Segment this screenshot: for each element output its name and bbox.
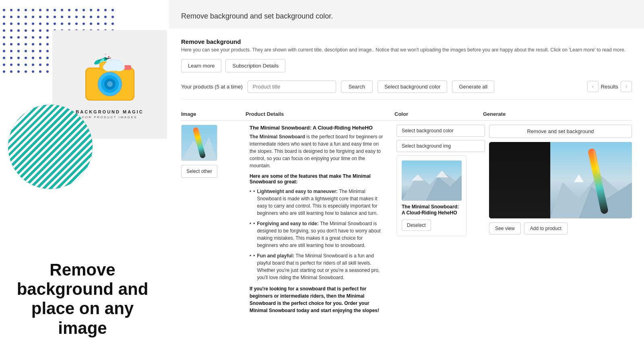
add-to-product-button[interactable]: Add to product xyxy=(524,222,568,234)
svg-point-54 xyxy=(46,29,49,32)
svg-point-43 xyxy=(83,23,85,25)
teal-circle-decoration xyxy=(8,105,93,189)
svg-point-36 xyxy=(32,23,34,25)
teal-circle-inner xyxy=(8,105,93,189)
svg-point-10 xyxy=(75,9,78,11)
product-description: The Minimal Snowboard is the perfect boa… xyxy=(250,133,384,169)
table-header: Image Product Details Color Generate xyxy=(181,108,632,121)
product-thumb-inner xyxy=(182,125,217,160)
svg-point-66 xyxy=(17,36,20,39)
list-item: • Lightweight and easy to maneuver: The … xyxy=(250,188,384,217)
svg-point-29 xyxy=(97,16,99,18)
svg-point-3 xyxy=(25,9,27,11)
svg-point-19 xyxy=(25,16,27,18)
svg-point-5 xyxy=(39,9,41,11)
svg-point-15 xyxy=(111,9,114,11)
svg-point-150 xyxy=(46,70,49,73)
svg-point-144 xyxy=(3,70,5,73)
svg-point-133 xyxy=(39,64,41,66)
preview-product-title: The Minimal Snowboard: A Cloud-Riding He… xyxy=(402,204,462,216)
svg-point-67 xyxy=(25,36,27,39)
svg-point-114 xyxy=(17,57,20,59)
svg-point-116 xyxy=(32,57,34,59)
svg-point-48 xyxy=(3,29,5,32)
results-label: Results xyxy=(601,84,618,90)
svg-point-41 xyxy=(68,23,70,25)
svg-point-80 xyxy=(3,43,5,45)
prev-arrow-button[interactable]: ‹ xyxy=(587,81,599,92)
features-intro: Here are some of the features that make … xyxy=(250,173,384,185)
svg-point-39 xyxy=(54,23,56,25)
next-arrow-button[interactable]: › xyxy=(621,81,632,92)
svg-point-83 xyxy=(25,43,27,45)
remove-set-background-button[interactable]: Remove and set background xyxy=(489,125,632,138)
svg-point-115 xyxy=(25,57,27,59)
select-other-button[interactable]: Select other xyxy=(181,165,217,178)
svg-point-17 xyxy=(10,16,12,18)
generated-actions: See view Add to product xyxy=(489,222,632,234)
learn-more-button[interactable]: Learn more xyxy=(181,59,221,72)
svg-point-44 xyxy=(90,23,92,25)
col-generate: Generate xyxy=(483,111,632,117)
page-title: Remove background and set background col… xyxy=(181,12,632,21)
svg-point-28 xyxy=(90,16,92,18)
svg-point-101 xyxy=(39,50,41,52)
svg-point-128 xyxy=(3,64,5,66)
svg-point-47 xyxy=(111,23,114,25)
product-details-cell: The Minimal Snowboard: A Cloud-Riding He… xyxy=(250,125,392,314)
svg-point-26 xyxy=(75,16,78,18)
svg-point-117 xyxy=(39,57,41,59)
select-background-color-button[interactable]: Select background color xyxy=(378,80,447,93)
svg-point-113 xyxy=(10,57,12,59)
section-header: Remove background Here you can see your … xyxy=(181,38,632,53)
svg-point-96 xyxy=(3,50,5,52)
svg-point-69 xyxy=(39,36,41,39)
svg-point-86 xyxy=(46,43,49,45)
search-input[interactable] xyxy=(248,80,336,93)
svg-point-49 xyxy=(10,29,12,32)
preview-image-svg xyxy=(402,160,462,201)
product-preview-card: The Minimal Snowboard: A Cloud-Riding He… xyxy=(396,155,467,236)
svg-point-12 xyxy=(90,9,92,11)
svg-point-27 xyxy=(83,16,85,18)
svg-point-37 xyxy=(39,23,41,25)
svg-point-51 xyxy=(25,29,27,32)
svg-point-146 xyxy=(17,70,20,73)
product-cta: If you're looking for a snowboard that i… xyxy=(250,285,384,314)
svg-point-68 xyxy=(32,36,34,39)
main-content: Remove background Here you can see your … xyxy=(169,29,644,362)
svg-point-53 xyxy=(39,29,41,32)
svg-point-130 xyxy=(17,64,20,66)
svg-point-64 xyxy=(3,36,5,39)
subscription-details-button[interactable]: Subscription Details xyxy=(225,59,285,72)
svg-point-1 xyxy=(10,9,12,11)
svg-point-52 xyxy=(32,29,34,32)
section-title: Remove background xyxy=(181,38,632,45)
svg-point-112 xyxy=(3,57,5,59)
select-background-color-row-button[interactable]: Select background color xyxy=(396,125,485,137)
list-item: • Forgiving and easy to ride: The Minima… xyxy=(250,220,384,249)
svg-point-99 xyxy=(25,50,27,52)
search-button[interactable]: Search xyxy=(341,80,373,93)
svg-rect-167 xyxy=(124,65,131,70)
top-bar: Remove background and set background col… xyxy=(169,0,644,29)
right-panel: Remove background and set background col… xyxy=(169,0,644,362)
svg-point-42 xyxy=(75,23,78,25)
deselect-button[interactable]: Deselect xyxy=(402,220,431,231)
product-image-cell: Select other xyxy=(181,125,246,178)
svg-point-30 xyxy=(104,16,107,18)
svg-point-4 xyxy=(32,9,34,11)
svg-point-38 xyxy=(46,23,49,25)
left-panel: // dots rendered inline in SVG // will b… xyxy=(0,0,169,362)
select-background-img-button[interactable]: Select background img xyxy=(396,140,485,152)
features-list: • Lightweight and easy to maneuver: The … xyxy=(250,188,384,281)
svg-point-23 xyxy=(54,16,56,18)
preview-image xyxy=(402,160,462,201)
generate-all-button[interactable]: Generate all xyxy=(452,80,494,93)
see-view-button[interactable]: See view xyxy=(489,222,521,234)
product-desc-bold: The Minimal Snowboard xyxy=(250,134,305,140)
svg-point-85 xyxy=(39,43,41,45)
svg-point-70 xyxy=(46,36,49,39)
camera-icon: ♥ ♥ ♥ xyxy=(78,54,142,102)
svg-point-6 xyxy=(46,9,49,11)
